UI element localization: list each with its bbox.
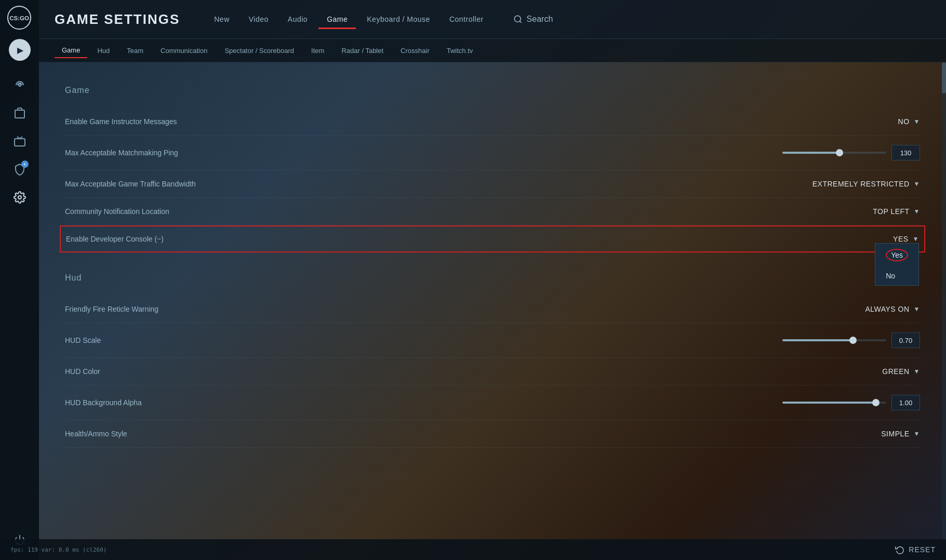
setting-hud-color: HUD Color GREEN ▼	[65, 358, 920, 385]
setting-notification-location: Community Notification Location TOP LEFT…	[65, 198, 920, 225]
dropdown-arrow-7: ▼	[914, 430, 920, 437]
tv-icon[interactable]	[10, 131, 30, 151]
reset-button[interactable]: RESET	[895, 545, 936, 554]
svg-rect-3	[15, 110, 24, 118]
matchmaking-ping-label: Max Acceptable Matchmaking Ping	[65, 149, 782, 157]
sub-nav-crosshair[interactable]: Crosshair	[393, 44, 437, 58]
bottom-bar: fps: 119 var: 0.0 ms (cl260) RESET	[0, 539, 946, 560]
hud-scale-slider-fill	[782, 339, 853, 341]
sub-nav-spectator[interactable]: Spectator / Scoreboard	[217, 44, 301, 58]
sub-nav-communication[interactable]: Communication	[153, 44, 215, 58]
svg-rect-4	[15, 139, 25, 146]
dropdown-arrow: ▼	[914, 118, 920, 125]
scrollbar-thumb[interactable]	[942, 62, 946, 94]
nav-video[interactable]: Video	[241, 11, 277, 28]
developer-console-option-yes[interactable]: Yes	[875, 244, 918, 266]
setting-developer-console: Enable Developer Console (~) YES ▼ Yes N…	[60, 225, 925, 252]
sub-nav-radar[interactable]: Radar / Tablet	[334, 44, 391, 58]
scrollbar[interactable]	[942, 62, 946, 544]
settings-content: Game Enable Game Instructor Messages NO …	[39, 62, 946, 537]
svg-text:CS:GO: CS:GO	[9, 15, 29, 21]
gear-icon[interactable]	[10, 188, 30, 207]
setting-friendly-fire: Friendly Fire Reticle Warning ALWAYS ON …	[65, 296, 920, 323]
hud-scale-slider-track[interactable]	[782, 339, 886, 341]
matchmaking-ping-slider-track[interactable]	[782, 152, 886, 154]
developer-console-dropdown-popup: Yes No	[875, 243, 919, 286]
hud-scale-slider-container: 0.70	[782, 332, 920, 348]
sub-nav: Game Hud Team Communication Spectator / …	[39, 39, 946, 62]
traffic-bandwidth-label: Max Acceptable Game Traffic Bandwidth	[65, 180, 812, 188]
sidebar: CS:GO	[0, 0, 39, 560]
main-area: GAME SETTINGS New Video Audio Game Keybo…	[39, 0, 946, 560]
reset-label: RESET	[909, 545, 936, 554]
top-nav: New Video Audio Game Keyboard / Mouse Co…	[206, 10, 930, 28]
traffic-bandwidth-dropdown[interactable]: EXTREMELY RESTRICTED ▼	[812, 180, 920, 188]
play-button[interactable]	[9, 39, 31, 61]
nav-search[interactable]: Search	[505, 10, 562, 28]
hud-color-dropdown[interactable]: GREEN ▼	[882, 367, 920, 376]
developer-console-option-no[interactable]: No	[875, 266, 918, 285]
shield-icon[interactable]	[10, 159, 30, 179]
hud-bg-alpha-slider-thumb[interactable]	[872, 399, 880, 406]
nav-controller[interactable]: Controller	[441, 11, 492, 28]
traffic-bandwidth-value: EXTREMELY RESTRICTED ▼	[812, 180, 920, 188]
friendly-fire-value: ALWAYS ON ▼	[816, 305, 920, 313]
notification-location-dropdown[interactable]: TOP LEFT ▼	[873, 207, 920, 216]
health-ammo-value: SIMPLE ▼	[816, 430, 920, 438]
page-title: GAME SETTINGS	[55, 11, 180, 28]
setting-instructor-messages: Enable Game Instructor Messages NO ▼	[65, 108, 920, 136]
broadcast-icon[interactable]	[10, 75, 30, 95]
instructor-messages-label: Enable Game Instructor Messages	[65, 117, 816, 126]
notification-location-label: Community Notification Location	[65, 207, 816, 216]
developer-console-dropdown[interactable]: YES ▼	[893, 235, 919, 243]
nav-audio[interactable]: Audio	[279, 11, 316, 28]
hud-bg-alpha-display: 1.00	[891, 395, 920, 410]
hud-color-label: HUD Color	[65, 367, 816, 376]
health-ammo-label: Health/Ammo Style	[65, 430, 816, 438]
developer-console-label: Enable Developer Console (~)	[66, 235, 815, 243]
hud-scale-slider-thumb[interactable]	[849, 337, 857, 344]
header: GAME SETTINGS New Video Audio Game Keybo…	[39, 0, 946, 39]
matchmaking-ping-display: 130	[891, 145, 920, 161]
friendly-fire-dropdown[interactable]: ALWAYS ON ▼	[865, 305, 920, 313]
dropdown-arrow-5: ▼	[914, 305, 920, 313]
nav-new[interactable]: New	[206, 11, 238, 28]
hud-section-title: Hud	[65, 273, 920, 283]
csgo-logo[interactable]: CS:GO	[7, 5, 33, 31]
slider-fill	[782, 152, 840, 154]
sub-nav-game[interactable]: Game	[55, 43, 87, 58]
reset-icon	[895, 545, 904, 554]
sub-nav-item[interactable]: Item	[304, 44, 331, 58]
sub-nav-hud[interactable]: Hud	[90, 44, 117, 58]
hud-bg-alpha-slider-track[interactable]	[782, 402, 886, 404]
hud-scale-value: 0.70	[782, 332, 920, 348]
svg-point-7	[514, 16, 521, 22]
slider-thumb[interactable]	[836, 149, 843, 156]
hud-bg-alpha-value: 1.00	[782, 395, 920, 410]
svg-line-8	[519, 21, 521, 22]
inventory-icon[interactable]	[10, 103, 30, 123]
friendly-fire-label: Friendly Fire Reticle Warning	[65, 305, 816, 313]
hud-bg-alpha-slider-container: 1.00	[782, 395, 920, 410]
search-icon	[513, 15, 523, 24]
dropdown-arrow-3: ▼	[914, 208, 920, 215]
hud-bg-alpha-slider-fill	[782, 402, 876, 404]
sub-nav-team[interactable]: Team	[119, 44, 151, 58]
hud-bg-alpha-label: HUD Background Alpha	[65, 398, 782, 407]
nav-game[interactable]: Game	[318, 11, 356, 28]
search-label: Search	[527, 15, 553, 24]
matchmaking-ping-value: 130	[782, 145, 920, 161]
sub-nav-twitch[interactable]: Twitch.tv	[439, 44, 481, 58]
dropdown-arrow-4: ▼	[913, 235, 919, 243]
nav-keyboard-mouse[interactable]: Keyboard / Mouse	[358, 11, 438, 28]
no-option-label: No	[886, 272, 895, 280]
yes-option-circled: Yes	[886, 249, 908, 261]
instructor-messages-dropdown[interactable]: NO ▼	[898, 117, 920, 126]
dropdown-arrow-2: ▼	[914, 180, 920, 188]
setting-traffic-bandwidth: Max Acceptable Game Traffic Bandwidth EX…	[65, 170, 920, 198]
health-ammo-dropdown[interactable]: SIMPLE ▼	[881, 430, 920, 438]
instructor-messages-value: NO ▼	[816, 117, 920, 126]
setting-health-ammo: Health/Ammo Style SIMPLE ▼	[65, 420, 920, 448]
fps-info: fps: 119 var: 0.0 ms (cl260)	[10, 546, 106, 553]
svg-point-5	[18, 196, 21, 199]
